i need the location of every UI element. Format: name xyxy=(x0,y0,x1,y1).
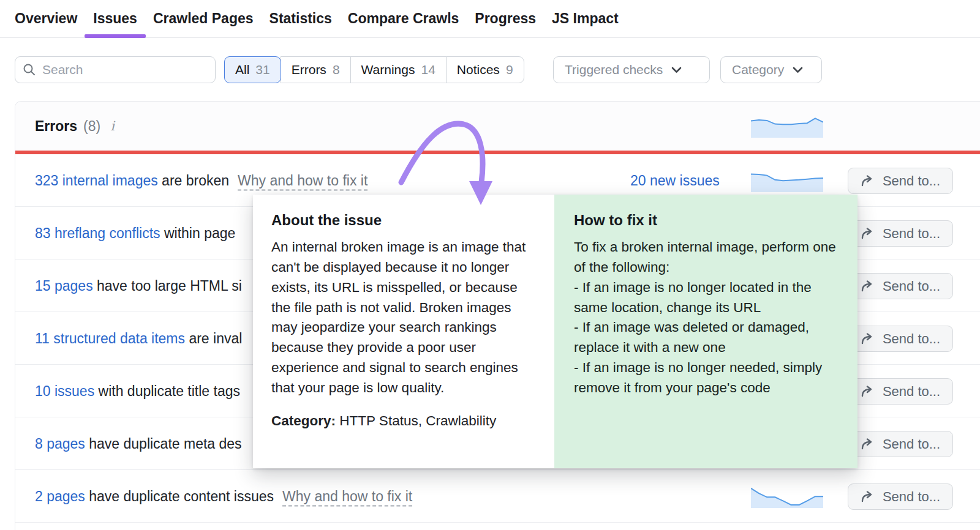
send-arrow-icon xyxy=(861,438,875,450)
send-to-button[interactable]: Send to... xyxy=(848,326,953,352)
tab-crawled-pages[interactable]: Crawled Pages xyxy=(153,0,254,38)
issue-description: have too large HTML si xyxy=(93,277,242,293)
filter-all[interactable]: All 31 xyxy=(224,56,281,83)
filter-notices[interactable]: Notices 9 xyxy=(446,56,524,83)
fix-title: How to fix it xyxy=(574,212,838,229)
section-title: Errors xyxy=(35,118,77,135)
issue-description: within page xyxy=(160,225,236,241)
tab-compare-crawls[interactable]: Compare Crawls xyxy=(348,0,459,38)
issue-trend-sparkline xyxy=(751,483,823,508)
issue-count-link[interactable]: 8 pages xyxy=(35,435,85,451)
category-line: Category: HTTP Status, Crawlability xyxy=(271,413,536,429)
issue-description: with duplicate title tags xyxy=(94,383,240,398)
send-to-label: Send to... xyxy=(883,384,940,400)
filter-errors-count: 8 xyxy=(333,62,340,77)
issue-description: are inval xyxy=(185,330,242,346)
info-icon[interactable]: i xyxy=(110,119,115,133)
about-body: An internal broken image is an image tha… xyxy=(271,237,536,398)
search-icon xyxy=(23,63,36,77)
send-arrow-icon xyxy=(861,175,875,187)
send-to-button[interactable]: Send to... xyxy=(848,483,953,510)
about-title: About the issue xyxy=(271,212,536,229)
category-line-value: HTTP Status, Crawlability xyxy=(336,413,496,428)
issue-details-popup: About the issue An internal broken image… xyxy=(253,195,858,468)
about-the-issue-panel: About the issue An internal broken image… xyxy=(253,195,554,468)
send-arrow-icon xyxy=(861,386,875,397)
send-arrow-icon xyxy=(861,333,875,345)
send-to-label: Send to... xyxy=(883,278,940,294)
issue-row-duplicate-content: 2 pages have duplicate content issuesWhy… xyxy=(15,470,980,523)
errors-card-header: Errors (8) i xyxy=(15,102,980,151)
send-to-button[interactable]: Send to... xyxy=(848,431,953,457)
issue-count-link[interactable]: 323 internal images xyxy=(35,172,158,188)
filter-all-label: All xyxy=(235,62,249,77)
tab-statistics[interactable]: Statistics xyxy=(270,0,332,38)
filter-notices-count: 9 xyxy=(506,62,513,77)
filter-bar: All 31 Errors 8 Warnings 14 Notices 9 Tr… xyxy=(0,56,980,83)
issue-count-link[interactable]: 11 structured data items xyxy=(35,330,185,346)
filter-errors[interactable]: Errors 8 xyxy=(281,56,351,83)
issue-count-link[interactable]: 83 hreflang conflicts xyxy=(35,225,160,241)
send-to-label: Send to... xyxy=(883,173,940,189)
search-box[interactable] xyxy=(15,56,216,83)
top-nav: Overview Issues Crawled Pages Statistics… xyxy=(0,0,980,38)
chevron-down-icon xyxy=(671,67,682,73)
why-how-to-fix-link[interactable]: Why and how to fix it xyxy=(282,488,412,506)
send-to-label: Send to... xyxy=(883,436,940,452)
search-input[interactable] xyxy=(42,62,208,77)
why-how-to-fix-link[interactable]: Why and how to fix it xyxy=(238,172,368,190)
send-arrow-icon xyxy=(861,280,875,292)
tab-progress[interactable]: Progress xyxy=(475,0,536,38)
fix-body: To fix a broken internal image, perform … xyxy=(574,237,838,398)
issue-count-link[interactable]: 2 pages xyxy=(35,488,85,504)
tab-overview[interactable]: Overview xyxy=(15,0,77,38)
send-to-button[interactable]: Send to... xyxy=(848,273,953,299)
triggered-checks-dropdown[interactable]: Triggered checks xyxy=(553,56,710,83)
filter-errors-label: Errors xyxy=(292,62,326,77)
tab-js-impact[interactable]: JS Impact xyxy=(552,0,619,38)
filter-warnings-count: 14 xyxy=(421,62,435,77)
issue-count-link[interactable]: 10 issues xyxy=(35,383,94,398)
send-to-label: Send to... xyxy=(883,489,940,505)
send-to-button[interactable]: Send to... xyxy=(848,378,953,405)
send-to-button[interactable]: Send to... xyxy=(848,220,953,247)
category-label: Category xyxy=(732,62,784,77)
category-line-label: Category: xyxy=(271,413,336,428)
filter-all-count: 31 xyxy=(255,62,270,77)
new-issues-link[interactable]: 20 new issues xyxy=(630,172,720,188)
send-to-button[interactable]: Send to... xyxy=(848,168,953,194)
send-arrow-icon xyxy=(861,491,875,502)
tab-issues[interactable]: Issues xyxy=(93,0,137,38)
how-to-fix-panel: How to fix it To fix a broken internal i… xyxy=(554,195,858,468)
section-count: (8) xyxy=(83,118,100,135)
issue-description: have duplicate content issues xyxy=(85,488,274,504)
severity-filter: All 31 Errors 8 Warnings 14 Notices 9 xyxy=(224,56,524,83)
issue-description: have duplicate meta des xyxy=(85,435,242,451)
filter-warnings[interactable]: Warnings 14 xyxy=(350,56,447,83)
issue-count-link[interactable]: 15 pages xyxy=(35,277,93,293)
issue-trend-sparkline xyxy=(751,168,823,192)
triggered-checks-label: Triggered checks xyxy=(565,62,663,77)
category-dropdown[interactable]: Category xyxy=(720,56,822,83)
chevron-down-icon xyxy=(793,67,803,73)
filter-notices-label: Notices xyxy=(457,62,500,77)
send-to-label: Send to... xyxy=(883,331,940,347)
send-arrow-icon xyxy=(861,228,875,239)
filter-warnings-label: Warnings xyxy=(361,62,415,77)
errors-trend-sparkline xyxy=(751,113,823,138)
issue-description: are broken xyxy=(158,172,229,188)
send-to-label: Send to... xyxy=(883,226,940,242)
